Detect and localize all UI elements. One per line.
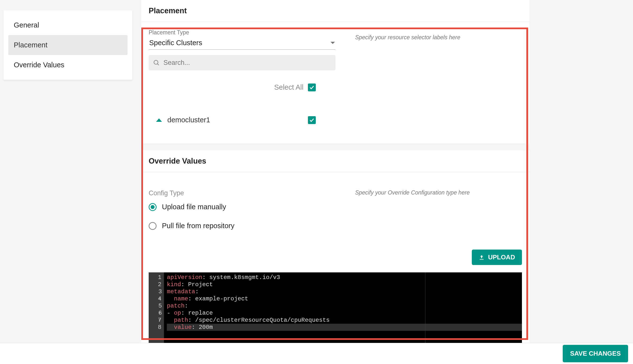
code-editor[interactable]: 123 ▾45 ▾6 ▾78 apiVersion: system.k8smgm… <box>149 272 522 350</box>
upload-button-label: UPLOAD <box>488 254 515 261</box>
select-all-row: Select All <box>149 83 335 91</box>
radio-icon <box>149 222 157 230</box>
sidebar-item-override-values[interactable]: Override Values <box>8 55 128 75</box>
placement-type-select[interactable]: Specific Clusters <box>149 37 335 50</box>
override-section-title: Override Values <box>141 150 529 172</box>
svg-point-0 <box>154 60 158 64</box>
cluster-name: democluster1 <box>167 116 210 124</box>
upload-icon <box>479 254 485 260</box>
placement-type-label: Placement Type <box>149 29 335 36</box>
config-type-radio-group: Upload file manually Pull file from repo… <box>149 203 335 230</box>
cluster-search[interactable] <box>149 55 335 70</box>
config-type-label: Config Type <box>149 189 335 197</box>
upload-button[interactable]: UPLOAD <box>472 250 522 265</box>
select-all-checkbox[interactable] <box>308 84 316 91</box>
expand-icon[interactable] <box>156 118 162 122</box>
save-changes-button[interactable]: SAVE CHANGES <box>563 345 628 362</box>
editor-code[interactable]: apiVersion: system.k8smgmt.io/v3kind: Pr… <box>164 272 522 350</box>
svg-line-1 <box>158 64 159 65</box>
config-type-hint: Specify your Override Configuration type… <box>355 189 522 196</box>
sidebar-item-placement[interactable]: Placement <box>8 35 128 55</box>
radio-icon <box>149 203 157 211</box>
sidebar: General Placement Override Values <box>4 10 133 80</box>
cluster-checkbox[interactable] <box>308 116 316 124</box>
select-all-label: Select All <box>274 83 303 91</box>
main-panel: Placement Placement Type Specific Cluste… <box>141 0 529 357</box>
config-option-pull-repo[interactable]: Pull file from repository <box>149 222 335 230</box>
placement-section-title: Placement <box>141 0 529 22</box>
selector-hint: Specify your resource selector labels he… <box>355 34 522 41</box>
cluster-search-input[interactable] <box>163 59 331 66</box>
search-icon <box>153 60 160 66</box>
override-body: Config Type Upload file manually Pull fi… <box>141 172 529 357</box>
config-option-label: Pull file from repository <box>162 222 234 230</box>
config-option-label: Upload file manually <box>162 203 226 211</box>
sidebar-item-general[interactable]: General <box>8 15 128 35</box>
placement-type-value: Specific Clusters <box>149 39 202 47</box>
chevron-down-icon <box>331 42 335 44</box>
footer-bar: SAVE CHANGES <box>0 343 633 364</box>
placement-body: Placement Type Specific Clusters Select … <box>141 22 529 144</box>
editor-gutter: 123 ▾45 ▾6 ▾78 <box>149 272 164 350</box>
config-option-upload-manual[interactable]: Upload file manually <box>149 203 335 211</box>
cluster-row: democluster1 <box>149 116 335 124</box>
editor-split-line <box>425 272 425 350</box>
